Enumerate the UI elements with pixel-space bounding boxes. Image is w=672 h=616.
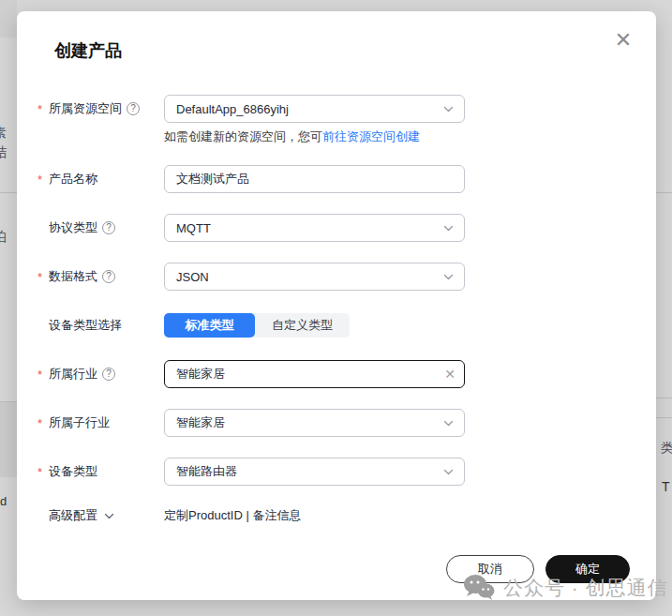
advanced-config-label: 高级配置 <box>49 507 97 524</box>
form-row-industry: * 所属行业 ? ✕ <box>37 360 630 388</box>
help-icon[interactable]: ? <box>102 221 115 234</box>
field-label-text: 所属资源空间 <box>49 100 122 117</box>
field-label-device-type-mode: 设备类型选择 <box>37 317 164 334</box>
select-value: DefaultApp_6866yihj <box>176 102 289 116</box>
toggle-option-custom[interactable]: 自定义类型 <box>255 313 350 338</box>
chevron-down-icon <box>442 417 455 429</box>
resource-space-helper: 如需创建新的资源空间，您可前往资源空间创建 <box>164 128 630 145</box>
backdrop-text-fragment: 伯 <box>0 230 7 243</box>
cancel-button[interactable]: 取消 <box>446 555 534 583</box>
backdrop-text-fragment: 结 <box>0 145 7 158</box>
form-row-protocol-type: 协议类型 ? MQTT <box>37 214 630 242</box>
field-label-product-name: * 产品名称 <box>37 171 164 188</box>
screen: { "icons": { "close": "✕", "help": "?", … <box>0 0 672 616</box>
backdrop-divider <box>656 417 672 418</box>
form-row-data-format: * 数据格式 ? JSON <box>37 263 630 291</box>
backdrop-divider <box>656 398 672 398</box>
industry-field-wrap: ✕ <box>164 360 465 388</box>
product-name-input[interactable] <box>164 165 465 193</box>
field-label-sub-industry: * 所属子行业 <box>37 414 164 431</box>
field-label-data-format: * 数据格式 ? <box>37 268 164 285</box>
field-label-text: 设备类型 <box>49 463 97 480</box>
backdrop-band <box>0 402 17 477</box>
required-marker: * <box>37 102 49 116</box>
toggle-option-standard[interactable]: 标准类型 <box>164 313 255 338</box>
select-value: JSON <box>176 270 209 284</box>
form-row-device-type: * 设备类型 智能路由器 <box>37 458 630 486</box>
advanced-config-toggle[interactable]: 高级配置 <box>37 507 164 524</box>
backdrop-divider <box>0 192 17 193</box>
resource-space-select[interactable]: DefaultApp_6866yihj <box>164 95 465 123</box>
chevron-down-icon <box>442 222 455 234</box>
help-icon[interactable]: ? <box>102 368 115 381</box>
field-label-text: 设备类型选择 <box>49 317 122 334</box>
required-marker: * <box>37 270 49 284</box>
field-label-text: 所属行业 <box>49 366 97 383</box>
create-product-form: * 所属资源空间 ? DefaultApp_6866yihj 如需创建新的资源空… <box>37 95 630 525</box>
chevron-down-icon <box>442 271 455 283</box>
industry-input[interactable] <box>164 360 465 388</box>
form-row-device-type-mode: 设备类型选择 标准类型 自定义类型 <box>37 311 630 339</box>
helper-text: 如需创建新的资源空间，您可 <box>164 129 322 143</box>
device-type-select[interactable]: 智能路由器 <box>164 458 465 486</box>
help-icon[interactable]: ? <box>102 270 115 283</box>
chevron-down-icon <box>442 103 455 115</box>
backdrop-text-fragment: T <box>662 480 670 493</box>
form-row-resource-space: * 所属资源空间 ? DefaultApp_6866yihj <box>37 95 630 123</box>
form-row-advanced: 高级配置 定制ProductID | 备注信息 <box>37 506 630 525</box>
chevron-down-icon <box>103 510 115 522</box>
backdrop-text-fragment: 素 <box>0 126 7 139</box>
field-label-text: 产品名称 <box>49 171 97 188</box>
advanced-config-summary: 定制ProductID | 备注信息 <box>164 507 301 524</box>
backdrop-text-fragment: 类 <box>661 441 672 454</box>
dialog-footer: 取消 确定 <box>446 555 630 583</box>
help-icon[interactable]: ? <box>127 102 140 115</box>
chevron-down-icon <box>442 466 455 478</box>
data-format-select[interactable]: JSON <box>164 263 465 291</box>
sub-industry-select[interactable]: 智能家居 <box>164 409 465 437</box>
field-label-text: 所属子行业 <box>49 414 110 431</box>
field-label-protocol-type: 协议类型 ? <box>37 219 164 236</box>
protocol-type-select[interactable]: MQTT <box>164 214 465 242</box>
backdrop-band <box>0 0 17 38</box>
backdrop-text-fragment: d <box>0 495 7 507</box>
field-label-resource-space: * 所属资源空间 ? <box>37 100 164 117</box>
field-label-industry: * 所属行业 ? <box>37 366 164 383</box>
field-label-text: 数据格式 <box>49 268 97 285</box>
required-marker: * <box>37 465 49 479</box>
form-row-sub-industry: * 所属子行业 智能家居 <box>37 409 630 437</box>
confirm-button[interactable]: 确定 <box>545 555 630 583</box>
select-value: MQTT <box>176 221 211 235</box>
field-label-device-type: * 设备类型 <box>37 463 164 480</box>
close-icon[interactable]: ✕ <box>611 28 635 53</box>
clear-icon[interactable]: ✕ <box>444 368 455 381</box>
backdrop-divider <box>656 192 672 193</box>
required-marker: * <box>37 416 49 430</box>
dialog-title: 创建产品 <box>54 39 630 62</box>
device-type-mode-toggle: 标准类型 自定义类型 <box>164 313 350 338</box>
required-marker: * <box>37 173 49 187</box>
required-marker: * <box>37 368 49 382</box>
form-row-product-name: * 产品名称 <box>37 165 630 193</box>
field-label-text: 协议类型 <box>49 219 97 236</box>
select-value: 智能家居 <box>176 414 225 431</box>
select-value: 智能路由器 <box>176 463 237 480</box>
create-product-dialog: 创建产品 ✕ * 所属资源空间 ? DefaultApp_6866yihj 如需… <box>17 11 656 600</box>
create-resource-space-link[interactable]: 前往资源空间创建 <box>322 129 420 143</box>
